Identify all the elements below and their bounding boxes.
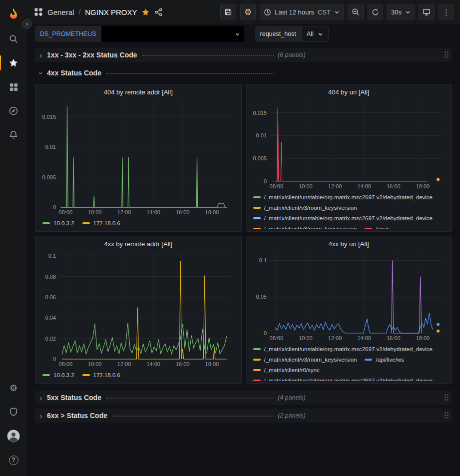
chevron-right-icon: › xyxy=(35,412,47,420)
legend-label: /_matrix/client/v3/room_keys/version xyxy=(264,226,357,230)
legend-item[interactable]: /_matrix/client/unstable/org.matrix.msc2… xyxy=(253,215,433,221)
chevron-down-icon xyxy=(334,9,340,15)
legend-swatch xyxy=(42,222,50,224)
monitor-icon xyxy=(423,8,431,16)
sidebar-item-profile[interactable] xyxy=(0,424,27,448)
row-4xx[interactable]: › 4xx Status Code xyxy=(35,66,452,80)
variable-label-ds-prometheus[interactable]: DS_PROMETHEUS xyxy=(35,26,101,42)
gear-icon: ⚙ xyxy=(244,8,252,16)
clock-icon xyxy=(264,8,271,16)
compass-icon xyxy=(8,106,18,116)
sidebar-expand-button[interactable]: › xyxy=(22,19,32,29)
row-header: 6xx > Status Code xyxy=(47,412,276,420)
share-icon[interactable] xyxy=(154,8,163,16)
legend-swatch xyxy=(253,228,261,230)
legend-label: 10.0.3.2 xyxy=(53,220,74,226)
zoom-out-button[interactable] xyxy=(348,4,364,19)
chevron-right-icon: › xyxy=(35,394,47,402)
timeseries-plot[interactable]: 08:0010:0012:0014:0016:0018:0000.0050.01… xyxy=(39,97,237,217)
row-drag-handle[interactable] xyxy=(444,51,449,59)
legend-label: /sw.js xyxy=(376,226,390,230)
breadcrumb-section[interactable]: General xyxy=(47,8,74,16)
sidebar-item-alerting[interactable] xyxy=(0,123,27,147)
legend-item[interactable]: /_matrix/client/v3/room_keys/version xyxy=(253,205,357,211)
save-dashboard-button[interactable] xyxy=(220,4,236,19)
row-title[interactable]: 6xx > Status Code xyxy=(47,412,107,420)
sidebar-item-dashboards[interactable] xyxy=(0,75,27,99)
timeseries-plot[interactable]: 08:0010:0012:0014:0016:0018:0000.0050.01… xyxy=(250,97,448,191)
row-header: 5xx Status Code xyxy=(47,394,276,402)
refresh-button[interactable] xyxy=(368,4,383,19)
svg-text:0.01: 0.01 xyxy=(256,132,266,138)
timeseries-plot[interactable]: 08:0010:0012:0014:0016:0018:0000.020.040… xyxy=(39,249,237,369)
panel-chart-area[interactable]: 08:0010:0012:0014:0016:0018:0000.0050.01… xyxy=(250,97,448,191)
legend-item[interactable]: /api/live/ws xyxy=(365,357,404,363)
row-dots-leader xyxy=(106,73,274,74)
row-title[interactable]: 5xx Status Code xyxy=(47,394,101,402)
row-title[interactable]: 4xx Status Code xyxy=(47,69,101,77)
svg-text:12:00: 12:00 xyxy=(328,183,342,189)
legend-item[interactable]: /_matrix/client/unstable/org.matrix.msc2… xyxy=(253,346,433,352)
row-header: 4xx Status Code xyxy=(47,69,276,77)
svg-text:0.02: 0.02 xyxy=(45,336,56,342)
panel-chart-area[interactable]: 08:0010:0012:0014:0016:0018:0000.020.040… xyxy=(39,249,237,369)
bell-icon xyxy=(8,130,18,140)
sidebar-item-server-admin[interactable] xyxy=(0,400,27,424)
time-range-picker[interactable]: Last 12 hours CST xyxy=(260,4,344,19)
sidebar-item-search[interactable] xyxy=(0,27,27,51)
svg-text:0: 0 xyxy=(263,178,266,184)
legend-item[interactable]: /_matrix/client/r0/sync xyxy=(253,367,320,373)
legend-item[interactable]: /_matrix/client/unstable/org.matrix.msc2… xyxy=(253,378,433,382)
sidebar-item-help[interactable]: ? xyxy=(0,448,27,472)
panel-title[interactable]: 404 by uri [All] xyxy=(250,86,448,97)
more-options-button[interactable]: ⋮ xyxy=(439,4,454,19)
svg-text:10:00: 10:00 xyxy=(299,183,313,189)
row-1xx-3xx-2xx[interactable]: › 1xx - 3xx - 2xx Status Code (6 panels) xyxy=(35,48,452,62)
legend-item[interactable]: 172.18.0.6 xyxy=(82,372,120,378)
legend-item[interactable]: 10.0.3.2 xyxy=(42,220,74,226)
row-title[interactable]: 1xx - 3xx - 2xx Status Code xyxy=(47,51,137,59)
search-icon xyxy=(8,34,18,44)
legend-item[interactable]: /sw.js xyxy=(365,226,390,230)
panel-grid: 404 by remote addr [All] 08:0010:0012:00… xyxy=(35,84,452,384)
legend-item[interactable]: 172.18.0.6 xyxy=(82,220,120,226)
row-drag-handle[interactable] xyxy=(444,394,449,402)
legend-item[interactable]: 10.0.3.2 xyxy=(42,372,74,378)
variable-value-text: All xyxy=(307,30,314,37)
variable-value-request-host[interactable]: All xyxy=(301,26,329,42)
favorite-star-icon[interactable] xyxy=(141,8,150,16)
row-drag-handle[interactable] xyxy=(444,412,449,420)
legend-row: /_matrix/client/v3/room_keys/version xyxy=(253,202,448,213)
dashboard-settings-button[interactable]: ⚙ xyxy=(240,4,256,19)
tv-mode-button[interactable] xyxy=(419,4,435,19)
panel-title[interactable]: 404 by remote addr [All] xyxy=(39,86,237,97)
legend-item[interactable]: /_matrix/client/v3/room_keys/version xyxy=(253,226,357,230)
legend-label: /_matrix/client/r0/sync xyxy=(264,367,320,373)
svg-text:08:00: 08:00 xyxy=(269,335,283,341)
grafana-app: › xyxy=(0,0,460,476)
svg-text:18:00: 18:00 xyxy=(205,209,219,215)
svg-text:0: 0 xyxy=(263,330,266,336)
main-area: General / NGINX PROXY xyxy=(27,0,460,476)
sidebar-item-configuration[interactable]: ⚙ xyxy=(0,376,27,400)
panel-chart-area[interactable]: 08:0010:0012:0014:0016:0018:0000.050.1 xyxy=(250,249,448,343)
svg-text:0.06: 0.06 xyxy=(45,294,56,300)
row-5xx[interactable]: › 5xx Status Code (4 panels) xyxy=(35,391,452,405)
legend-label: /api/live/ws xyxy=(376,357,404,363)
legend-item[interactable]: /_matrix/client/unstable/org.matrix.msc2… xyxy=(253,194,433,200)
refresh-interval-dropdown[interactable]: 30s xyxy=(387,4,415,19)
legend-swatch xyxy=(253,380,261,382)
breadcrumb-separator: / xyxy=(78,8,80,16)
variable-label-request-host[interactable]: request_host xyxy=(255,26,301,42)
panel-title[interactable]: 4xx by remote addr [All] xyxy=(39,238,237,249)
timeseries-plot[interactable]: 08:0010:0012:0014:0016:0018:0000.050.1 xyxy=(250,249,448,343)
dashboard-title[interactable]: NGINX PROXY xyxy=(85,8,137,16)
sidebar-item-starred[interactable] xyxy=(0,51,27,75)
sidebar-item-explore[interactable] xyxy=(0,99,27,123)
row-6xx[interactable]: › 6xx > Status Code (2 panels) xyxy=(35,409,452,423)
panel-chart-area[interactable]: 08:0010:0012:0014:0016:0018:0000.0050.01… xyxy=(39,97,237,217)
variable-value-ds-prometheus[interactable] xyxy=(101,26,244,42)
panel-title[interactable]: 4xx by uri [All] xyxy=(250,238,448,249)
legend-item[interactable]: /_matrix/client/v3/room_keys/version xyxy=(253,357,357,363)
zoom-out-icon xyxy=(352,8,360,16)
